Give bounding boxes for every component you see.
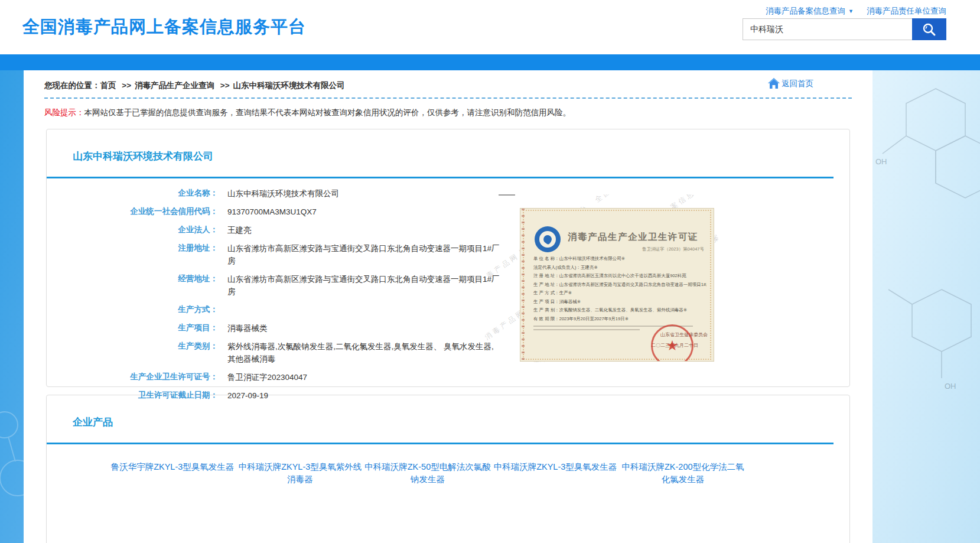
svg-text:OH: OH — [945, 382, 956, 391]
risk-warning: 风险提示：本网站仅基于已掌握的信息提供查询服务，查询结果不代表本网站对被查询对象… — [44, 108, 852, 118]
field-row-license-number: 生产企业卫生许可证号： 鲁卫消证字202304047 — [47, 370, 849, 383]
molecule-decoration — [0, 389, 27, 543]
breadcrumb-home[interactable]: 首页 — [100, 81, 116, 90]
field-row-legal-person: 企业法人： 王建亮 — [47, 223, 849, 236]
field-row-production-mode: 生产方式： — [47, 303, 849, 316]
nav-responsible-unit-query[interactable]: 消毒产品责任单位查询 — [867, 6, 946, 17]
breadcrumb-prefix: 您现在的位置： — [44, 81, 100, 90]
caret-down-icon: ▼ — [848, 8, 854, 14]
field-row-production-category: 生产类别： 紫外线消毒器,次氯酸钠发生器,二氧化氯发生器,臭氧发生器、 臭氧水发… — [47, 340, 849, 365]
product-link[interactable]: 中科瑞沃牌ZKYL-3型臭氧发生器 — [491, 461, 619, 486]
field-row-license-expiry: 卫生许可证截止日期： 2027-09-19 — [47, 389, 849, 402]
field-row-credit-code: 企业统一社会信用代码： 91370700MA3M3U1QX7 — [47, 205, 849, 218]
field-row-company-name: 企业名称： 山东中科瑞沃环境技术有限公司 — [47, 187, 849, 200]
breadcrumb-separator: >> — [122, 81, 131, 90]
company-fields: 企业名称： 山东中科瑞沃环境技术有限公司 企业统一社会信用代码： 9137070… — [47, 178, 849, 402]
field-row-business-address: 经营地址： 山东省潍坊市高新区潍安路与宝通街交叉路口东北角自动变速器一期项目1#… — [47, 272, 849, 298]
header-accent-bar — [0, 54, 980, 70]
breadcrumb-enterprise-query[interactable]: 消毒产品生产企业查询 — [135, 81, 214, 90]
field-row-production-project: 生产项目： 消毒器械类 — [47, 321, 849, 334]
product-link[interactable]: 中科瑞沃牌ZK-200型化学法二氧化氯发生器 — [619, 461, 747, 486]
search-input[interactable] — [743, 18, 912, 40]
product-link[interactable]: 鲁沃华宇牌ZKYL-3型臭氧发生器 — [109, 461, 236, 486]
home-icon — [767, 77, 780, 89]
product-link[interactable]: 中科瑞沃牌ZKYL-3型臭氧紫外线消毒器 — [236, 461, 364, 486]
header: 全国消毒产品网上备案信息服务平台 消毒产品备案信息查询 ▼ 消毒产品责任单位查询 — [0, 0, 980, 54]
back-home-link[interactable]: 返回首页 — [767, 77, 813, 89]
content-panel: 您现在的位置：首页 >>消毒产品生产企业查询 >>山东中科瑞沃环境技术有限公司 … — [24, 70, 872, 543]
company-info-card: 山东中科瑞沃环境技术有限公司 企业名称： 山东中科瑞沃环境技术有限公司 企业统一… — [46, 129, 850, 387]
search-button[interactable] — [912, 18, 946, 40]
svg-text:OH: OH — [875, 157, 887, 166]
breadcrumb: 您现在的位置：首页 >>消毒产品生产企业查询 >>山东中科瑞沃环境技术有限公司 … — [24, 70, 872, 91]
product-list: 鲁沃华宇牌ZKYL-3型臭氧发生器 中科瑞沃牌ZKYL-3型臭氧紫外线消毒器 中… — [47, 444, 849, 494]
breadcrumb-current: 山东中科瑞沃环境技术有限公司 — [233, 81, 345, 90]
search-bar — [743, 18, 946, 40]
product-link[interactable]: 中科瑞沃牌ZK-50型电解法次氯酸钠发生器 — [364, 461, 491, 486]
top-nav: 消毒产品备案信息查询 ▼ 消毒产品责任单位查询 — [766, 6, 946, 17]
dashed-divider — [44, 97, 852, 99]
risk-warning-label: 风险提示： — [44, 108, 84, 117]
risk-warning-text: 本网站仅基于已掌握的信息提供查询服务，查询结果不代表本网站对被查询对象信用状况的… — [84, 108, 571, 117]
company-name-title: 山东中科瑞沃环境技术有限公司 — [47, 129, 849, 163]
breadcrumb-separator: >> — [220, 81, 230, 90]
field-row-registered-address: 注册地址： 山东省潍坊市高新区潍安路与宝通街交叉路口东北角自动变速器一期项目1#… — [47, 242, 849, 267]
nav-record-info-query[interactable]: 消毒产品备案信息查询 ▼ — [766, 6, 854, 17]
chemical-structure-decoration: OH OH — [871, 65, 980, 396]
search-icon — [922, 22, 937, 37]
site-title: 全国消毒产品网上备案信息服务平台 — [22, 15, 306, 39]
company-products-card: 企业产品 鲁沃华宇牌ZKYL-3型臭氧发生器 中科瑞沃牌ZKYL-3型臭氧紫外线… — [46, 395, 850, 543]
